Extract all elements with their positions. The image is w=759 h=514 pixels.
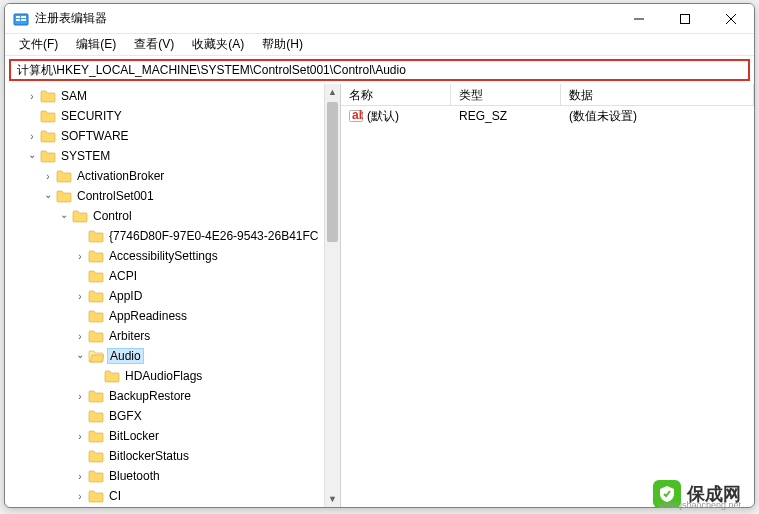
list-body[interactable]: ab (默认) REG_SZ (数值未设置) [341, 106, 754, 507]
folder-icon [88, 489, 104, 503]
chevron-right-icon[interactable]: › [73, 471, 87, 482]
maximize-button[interactable] [662, 4, 708, 33]
tree-item-label: Arbiters [107, 329, 152, 343]
tree-item-arbiters[interactable]: ›Arbiters [5, 326, 340, 346]
chevron-down-icon[interactable]: ⌄ [41, 189, 55, 200]
tree-item-bgfx[interactable]: ›BGFX [5, 406, 340, 426]
list-row[interactable]: ab (默认) REG_SZ (数值未设置) [341, 106, 754, 126]
svg-text:ab: ab [352, 109, 363, 122]
chevron-right-icon[interactable]: › [73, 291, 87, 302]
value-data: (数值未设置) [561, 108, 754, 125]
scroll-thumb[interactable] [327, 102, 338, 242]
folder-icon [88, 309, 104, 323]
chevron-right-icon[interactable]: › [25, 131, 39, 142]
folder-icon [56, 189, 72, 203]
menu-file[interactable]: 文件(F) [11, 34, 66, 55]
window-controls [616, 4, 754, 33]
column-name[interactable]: 名称 [341, 84, 451, 105]
tree-item-label: ACPI [107, 269, 139, 283]
tree-item-label: SAM [59, 89, 89, 103]
tree-item-backuprestore[interactable]: ›BackupRestore [5, 386, 340, 406]
menu-view[interactable]: 查看(V) [126, 34, 182, 55]
folder-icon [88, 289, 104, 303]
tree-item-label: SYSTEM [59, 149, 112, 163]
tree-item-controlset001[interactable]: ⌄ControlSet001 [5, 186, 340, 206]
tree-item-sam[interactable]: ›SAM [5, 86, 340, 106]
registry-editor-window: 注册表编辑器 文件(F) 编辑(E) 查看(V) 收藏夹(A) 帮助(H) ›S… [4, 3, 755, 508]
value-name-cell: ab (默认) [341, 108, 451, 125]
tree-item-label: AppID [107, 289, 144, 303]
tree-item-label: ActivationBroker [75, 169, 166, 183]
value-type: REG_SZ [451, 109, 561, 123]
tree-item-acpi[interactable]: ›ACPI [5, 266, 340, 286]
address-bar-container [5, 56, 754, 84]
watermark-url: www.jsbaocheng.net [658, 500, 741, 510]
tree-item-label: SECURITY [59, 109, 124, 123]
tree-item-label: Audio [107, 348, 144, 364]
chevron-right-icon[interactable]: › [41, 171, 55, 182]
tree-item-bitlocker[interactable]: ›BitLocker [5, 426, 340, 446]
tree-item-label: HDAudioFlags [123, 369, 204, 383]
scroll-down-button[interactable]: ▼ [325, 491, 340, 507]
watermark: 保成网 www.jsbaocheng.net [653, 480, 741, 508]
tree-item-security[interactable]: ›SECURITY [5, 106, 340, 126]
title-bar[interactable]: 注册表编辑器 [5, 4, 754, 34]
tree-item-label: BackupRestore [107, 389, 193, 403]
folder-icon [88, 269, 104, 283]
tree-item-label: Bluetooth [107, 469, 162, 483]
chevron-right-icon[interactable]: › [73, 431, 87, 442]
folder-icon [40, 89, 56, 103]
svg-rect-3 [21, 16, 26, 18]
tree-item-label: AppReadiness [107, 309, 189, 323]
tree-item-ci[interactable]: ›CI [5, 486, 340, 506]
svg-rect-1 [16, 16, 20, 18]
tree-item-audio[interactable]: ⌄Audio [5, 346, 340, 366]
tree-item-system[interactable]: ⌄SYSTEM [5, 146, 340, 166]
menu-edit[interactable]: 编辑(E) [68, 34, 124, 55]
app-icon [13, 11, 29, 27]
tree-item-appid[interactable]: ›AppID [5, 286, 340, 306]
tree-item-label: BGFX [107, 409, 144, 423]
tree-item-7746d80f-97e0-4e26-9543-26b41fc[interactable]: ›{7746D80F-97E0-4E26-9543-26B41FC [5, 226, 340, 246]
svg-rect-2 [16, 19, 20, 21]
folder-icon [56, 169, 72, 183]
chevron-right-icon[interactable]: › [73, 251, 87, 262]
tree-pane[interactable]: ›SAM›SECURITY›SOFTWARE⌄SYSTEM›Activation… [5, 84, 341, 507]
chevron-down-icon[interactable]: ⌄ [57, 209, 71, 220]
folder-icon [88, 449, 104, 463]
tree-item-hdaudioflags[interactable]: ›HDAudioFlags [5, 366, 340, 386]
menu-help[interactable]: 帮助(H) [254, 34, 311, 55]
chevron-down-icon[interactable]: ⌄ [25, 149, 39, 160]
menu-favorites[interactable]: 收藏夹(A) [184, 34, 252, 55]
value-name: (默认) [367, 108, 399, 125]
tree-item-software[interactable]: ›SOFTWARE [5, 126, 340, 146]
tree-item-appreadiness[interactable]: ›AppReadiness [5, 306, 340, 326]
minimize-button[interactable] [616, 4, 662, 33]
folder-open-icon [88, 349, 104, 363]
folder-icon [88, 429, 104, 443]
content-area: ›SAM›SECURITY›SOFTWARE⌄SYSTEM›Activation… [5, 84, 754, 507]
chevron-right-icon[interactable]: › [73, 331, 87, 342]
chevron-right-icon[interactable]: › [25, 91, 39, 102]
tree-scrollbar[interactable]: ▲ ▼ [324, 84, 340, 507]
column-type[interactable]: 类型 [451, 84, 561, 105]
chevron-right-icon[interactable]: › [73, 491, 87, 502]
chevron-right-icon[interactable]: › [73, 391, 87, 402]
chevron-down-icon[interactable]: ⌄ [73, 349, 87, 360]
list-pane: 名称 类型 数据 ab (默认) REG_SZ (数值未设置) [341, 84, 754, 507]
column-data[interactable]: 数据 [561, 84, 754, 105]
folder-icon [88, 329, 104, 343]
tree-item-accessibilitysettings[interactable]: ›AccessibilitySettings [5, 246, 340, 266]
address-input[interactable] [9, 59, 750, 81]
folder-icon [88, 389, 104, 403]
tree-item-control[interactable]: ⌄Control [5, 206, 340, 226]
scroll-up-button[interactable]: ▲ [325, 84, 340, 100]
close-button[interactable] [708, 4, 754, 33]
string-value-icon: ab [349, 109, 363, 123]
folder-icon [40, 129, 56, 143]
tree-item-activationbroker[interactable]: ›ActivationBroker [5, 166, 340, 186]
menu-bar: 文件(F) 编辑(E) 查看(V) 收藏夹(A) 帮助(H) [5, 34, 754, 56]
tree-item-bitlockerstatus[interactable]: ›BitlockerStatus [5, 446, 340, 466]
tree-item-bluetooth[interactable]: ›Bluetooth [5, 466, 340, 486]
folder-icon [88, 249, 104, 263]
